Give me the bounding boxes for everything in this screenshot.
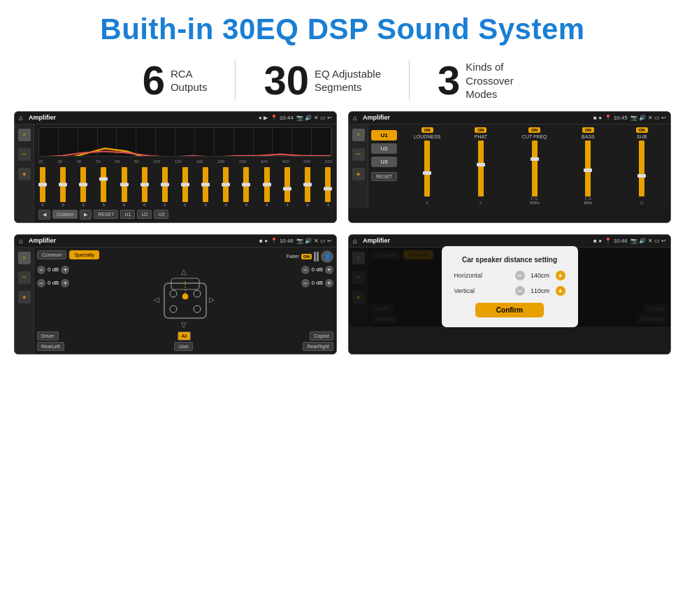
eq-u1-button[interactable]: U1	[120, 210, 135, 219]
fader-icon-3[interactable]: ◈	[18, 291, 31, 303]
eq-slider-track-9[interactable]	[223, 167, 229, 202]
home-icon-4[interactable]: ⌂	[353, 237, 357, 245]
preset-u1-button[interactable]: U1	[371, 130, 397, 141]
fader-row-4: − 0 dB +	[301, 279, 333, 287]
eq-slider-2[interactable]: 0	[80, 167, 86, 207]
cutfreq-on-badge: ON	[528, 127, 540, 133]
fader-minus-2[interactable]: −	[37, 279, 45, 287]
eq-slider-9[interactable]: 0	[223, 167, 229, 207]
eq-slider-track-2[interactable]	[80, 167, 86, 202]
vertical-minus-button[interactable]: −	[515, 286, 525, 296]
dialog-horizontal-value: 140cm	[527, 272, 554, 279]
fader-minus-4[interactable]: −	[301, 279, 310, 287]
tab-specialty-button[interactable]: Specialty	[69, 250, 99, 259]
rearright-button[interactable]: RearRight	[303, 342, 333, 351]
eq-slider-3[interactable]: 5	[101, 167, 106, 207]
sub-labels: G	[640, 201, 643, 205]
eq-u3-button[interactable]: U3	[154, 210, 168, 219]
cutfreq-track[interactable]	[532, 141, 538, 196]
rearleft-button[interactable]: RearLeft	[37, 342, 64, 351]
bass-track[interactable]	[585, 141, 591, 196]
fader-icon-2[interactable]: 〜	[18, 271, 31, 284]
eq-slider-0[interactable]: 0	[40, 167, 45, 207]
eq-icon-2[interactable]: 〜	[18, 148, 31, 161]
eq-slider-1[interactable]: 0	[60, 167, 66, 207]
eq-u2-button[interactable]: U2	[137, 210, 152, 219]
preset-u3-button[interactable]: U3	[371, 157, 397, 167]
eq-slider-track-14[interactable]	[325, 167, 331, 202]
eq-slider-track-7[interactable]	[182, 167, 188, 202]
sub-slider[interactable]	[639, 141, 644, 201]
cutfreq-slider[interactable]	[532, 141, 538, 196]
eq-custom-button[interactable]: Custom	[52, 210, 78, 219]
eq-slider-14[interactable]: -1	[325, 167, 331, 207]
eq-slider-track-12[interactable]	[284, 167, 290, 202]
fader-plus-4[interactable]: +	[325, 279, 333, 287]
eq-slider-track-4[interactable]	[122, 167, 127, 202]
eq-slider-track-11[interactable]	[264, 167, 270, 202]
eq-reset-button[interactable]: RESET	[94, 210, 118, 219]
fader-minus-3[interactable]: −	[301, 266, 310, 274]
eq-slider-13[interactable]: 0	[305, 167, 310, 207]
eq-icon-1[interactable]: ≡	[18, 129, 31, 141]
phat-slider[interactable]	[478, 141, 484, 201]
svg-point-2	[170, 290, 177, 297]
fader-on-badge: ON	[301, 254, 312, 259]
svg-point-5	[194, 306, 201, 313]
user-button[interactable]: User	[174, 342, 193, 351]
dialog-screen: ⌂ Amplifier ■ ● 📍 10:46 📷 🔊 ✕ ▭ ↩ ≡ 〜 ◈ …	[348, 234, 671, 354]
phat-on-badge: ON	[475, 127, 486, 133]
driver-button[interactable]: Driver	[37, 331, 59, 341]
tab-common-button[interactable]: Common	[37, 250, 66, 259]
eq-slider-11[interactable]: 0	[264, 167, 270, 207]
eq-slider-track-13[interactable]	[305, 167, 310, 202]
eq-icon-3[interactable]: ◈	[18, 168, 31, 180]
eq-slider-6[interactable]: 0	[162, 167, 168, 207]
fader-settings-icon[interactable]: 👤	[321, 250, 333, 263]
crossover-icon-2[interactable]: 〜	[352, 148, 365, 161]
eq-prev-button[interactable]: ◀	[38, 210, 50, 220]
phat-track[interactable]	[478, 141, 484, 196]
loudness-slider[interactable]	[424, 141, 430, 201]
fader-plus-1[interactable]: +	[61, 266, 69, 274]
eq-next-button[interactable]: ▶	[80, 210, 92, 220]
fader-screen-title: Amplifier	[29, 237, 257, 244]
sub-track[interactable]	[639, 141, 644, 196]
fader-bottom-bar-2: RearLeft User RearRight	[37, 342, 333, 351]
eq-slider-track-0[interactable]	[40, 167, 45, 202]
horizontal-plus-button[interactable]: +	[556, 271, 565, 280]
bass-slider[interactable]	[585, 141, 591, 196]
home-icon[interactable]: ⌂	[19, 114, 23, 122]
eq-slider-track-10[interactable]	[243, 167, 249, 202]
eq-slider-5[interactable]: 0	[142, 167, 147, 207]
crossover-icon-1[interactable]: ≡	[352, 129, 365, 141]
eq-slider-10[interactable]: 0	[243, 167, 249, 207]
fader-icon-1[interactable]: ≡	[18, 252, 31, 264]
all-button[interactable]: All	[178, 331, 192, 341]
home-icon-2[interactable]: ⌂	[353, 114, 357, 122]
home-icon-3[interactable]: ⌂	[19, 237, 23, 245]
eq-slider-track-5[interactable]	[142, 167, 147, 202]
eq-slider-7[interactable]: 0	[182, 167, 188, 207]
preset-u2-button[interactable]: U2	[371, 143, 397, 154]
eq-slider-track-1[interactable]	[60, 167, 66, 202]
eq-slider-12[interactable]: -1	[284, 167, 290, 207]
crossover-icon-3[interactable]: ◈	[352, 168, 365, 180]
fader-screen-content: ≡ 〜 ◈ Common Specialty Fader ON	[15, 248, 336, 354]
dialog-screen-content: ≡ 〜 ◈ Common Specialty Driver All Copilo…	[349, 248, 670, 327]
confirm-button[interactable]: Confirm	[475, 303, 544, 317]
eq-slider-4[interactable]: 0	[122, 167, 127, 207]
eq-slider-8[interactable]: 0	[203, 167, 208, 207]
eq-slider-track-3[interactable]	[101, 167, 106, 202]
eq-slider-track-6[interactable]	[162, 167, 168, 202]
fader-minus-1[interactable]: −	[37, 266, 45, 274]
eq-slider-track-8[interactable]	[203, 167, 208, 202]
fader-plus-3[interactable]: +	[325, 266, 333, 274]
crossover-reset-button[interactable]: RESET	[371, 172, 397, 181]
horizontal-minus-button[interactable]: −	[515, 271, 525, 280]
svg-point-3	[194, 290, 201, 297]
fader-plus-2[interactable]: +	[61, 279, 69, 287]
vertical-plus-button[interactable]: +	[556, 286, 565, 296]
loudness-track[interactable]	[424, 141, 430, 196]
copilot-button[interactable]: Copilot	[310, 331, 333, 341]
